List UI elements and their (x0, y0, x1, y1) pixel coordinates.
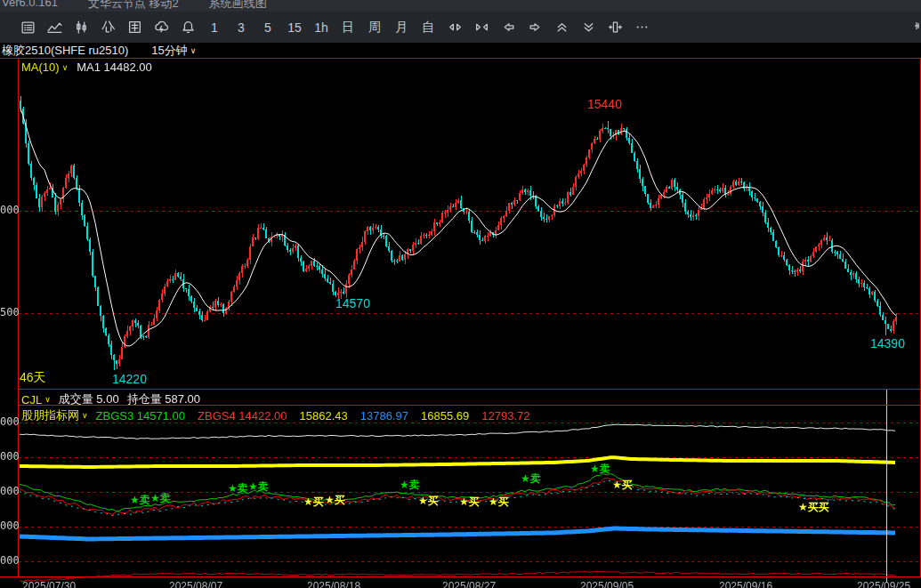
indicator-values: ZBGS3 14571.00ZBGS4 14422.0015862.431378… (96, 409, 543, 423)
peak-price-label: 15440 (587, 98, 622, 110)
indicator-pane-header: 股朋指标网 ∨ ZBGS3 14571.00ZBGS4 14422.001586… (21, 407, 542, 423)
date-tick-label: 2025/09/25 (857, 581, 910, 588)
open-interest-field: 持仓量 587.00 (127, 391, 200, 407)
indicator-axis-label: 000 (0, 520, 20, 531)
volume-indicator-label: CJL (21, 393, 42, 407)
period-month-button[interactable]: 月 (388, 17, 415, 38)
indicator-axis-label: 000 (0, 555, 20, 566)
sell-signal-marker: ★卖 (130, 495, 150, 505)
period-15min-button[interactable]: 15 (281, 17, 308, 38)
date-tick-label: 2025/08/27 (442, 581, 496, 588)
period-selector[interactable]: 15分钟 ∨ (151, 43, 196, 59)
alert-bell-icon[interactable] (174, 17, 201, 38)
menu-cloud-node-item[interactable]: 文华云节点 移动2 (88, 0, 179, 12)
menu-version-label: Ver6.0.161 (2, 0, 58, 12)
sell-signal-marker: ★卖 (590, 463, 610, 474)
price-axis-label: 000 (0, 205, 20, 215)
indicator-value: 13786.97 (360, 409, 408, 423)
price-axis-label: 500 (0, 307, 20, 318)
indicator-axis-label: 000 (0, 451, 20, 462)
pan-left-icon[interactable] (495, 17, 521, 38)
candlestick-chart-icon[interactable] (68, 17, 94, 38)
chevron-down-icon: ∨ (44, 395, 51, 404)
custom-indicator-label: 股朋指标网 (21, 407, 79, 423)
indicator-value: ZBGS3 14571.00 (96, 409, 185, 423)
buy-signal-marker: ★买 (418, 495, 439, 506)
chevron-down-icon: ∨ (62, 63, 69, 72)
order-ticket-icon[interactable] (121, 17, 148, 38)
contract-title: 橡胶2510(SHFE ru2510) (2, 43, 128, 59)
buy-signal-marker: ★买 (459, 496, 480, 507)
buy-signal-marker: ★买 (325, 495, 345, 505)
date-tick-label: 2025/09/05 (580, 581, 634, 588)
indicator-value: 16855.69 (421, 409, 469, 423)
menu-system-chart-item[interactable]: 系统画线图 (209, 0, 267, 12)
indicator-value: ZBGS4 14422.00 (198, 409, 287, 423)
adjust-bar-width-icon[interactable] (602, 17, 628, 38)
sell-signal-marker: ★卖 (248, 481, 269, 492)
period-custom-button[interactable]: 自 (415, 17, 441, 38)
indicator-axis-label: 000 (0, 486, 20, 496)
draw-tools-icon[interactable] (94, 17, 121, 38)
period-day-button[interactable]: 日 (335, 17, 361, 38)
zoom-in-horizontal-icon[interactable] (468, 17, 495, 38)
dip-price-label: 14570 (335, 297, 370, 310)
cloud-data-icon[interactable] (148, 17, 174, 38)
date-tick-label: 2025/09/16 (719, 581, 772, 588)
sell-signal-marker: ★卖 (228, 483, 248, 494)
page-down-icon[interactable] (575, 17, 602, 38)
ma-label: MA(10) (21, 60, 60, 74)
ma-value: MA1 14482.00 (77, 60, 152, 74)
sell-signal-marker: ★卖 (400, 479, 420, 490)
chevron-down-icon: ∨ (82, 411, 88, 420)
time-axis-border (0, 576, 921, 577)
date-tick-label: 2025/07/30 (22, 581, 76, 588)
period-1hour-button[interactable]: 1h (308, 17, 335, 38)
period-5min-button[interactable]: 5 (254, 17, 281, 38)
period-label: 15分钟 (151, 43, 187, 59)
period-3min-button[interactable]: 3 (228, 17, 254, 38)
sell-signal-marker: ★卖 (150, 493, 171, 503)
bottom-price-label: 14220 (112, 373, 147, 385)
line-chart-icon[interactable] (41, 17, 68, 38)
ma-selector[interactable]: MA(10) ∨ (21, 60, 68, 74)
pan-right-icon[interactable] (521, 17, 548, 38)
volume-pane-top-border[interactable] (18, 389, 921, 390)
toolbar: 135151h日周月自 (0, 12, 921, 43)
date-tick-label: 2025/08/07 (169, 581, 222, 588)
sell-signal-marker: ★卖 (521, 473, 541, 484)
page-up-icon[interactable] (548, 17, 575, 38)
days-count-label: 46天 (20, 371, 46, 383)
buy-signal-marker: ★买 (303, 496, 324, 507)
indicator-value: 12793.72 (481, 409, 529, 423)
app-window: Ver6.0.161 文华云节点 移动2 系统画线图 135151h日周月自 橡… (0, 0, 921, 588)
period-1min-button[interactable]: 1 (201, 17, 228, 38)
volume-field: 成交量 5.00 (59, 391, 119, 407)
buy-signal-marker: ★买 (612, 479, 633, 490)
indicator-value: 15862.43 (300, 409, 348, 423)
date-tick-label: 2025/08/18 (307, 581, 360, 588)
chart-title-bar: 橡胶2510(SHFE ru2510) 15分钟 ∨ (0, 43, 921, 58)
chevron-down-icon: ∨ (190, 46, 197, 55)
buy-signal-marker: ★买买 (798, 502, 829, 512)
more-options-icon[interactable] (628, 17, 655, 38)
menu-bar: Ver6.0.161 文华云节点 移动2 系统画线图 (0, 0, 921, 12)
zoom-out-horizontal-icon[interactable] (441, 17, 468, 38)
period-week-button[interactable]: 周 (361, 17, 388, 38)
buy-signal-marker: ★买 (489, 496, 509, 507)
volume-indicator-selector[interactable]: CJL ∨ (21, 393, 51, 407)
last-low-price-label: 14390 (870, 337, 905, 350)
custom-indicator-selector[interactable]: 股朋指标网 ∨ (21, 407, 88, 423)
main-pane-top-border (0, 58, 921, 59)
indicator-axis-label: 000 (0, 416, 20, 427)
volume-pane-header: CJL ∨ 成交量 5.00 持仓量 587.00 (21, 391, 200, 407)
table-view-icon[interactable] (14, 17, 41, 38)
ma-indicator-row: MA(10) ∨ MA1 14482.00 (21, 60, 152, 74)
clipped-toolbar-icon[interactable] (915, 19, 921, 35)
